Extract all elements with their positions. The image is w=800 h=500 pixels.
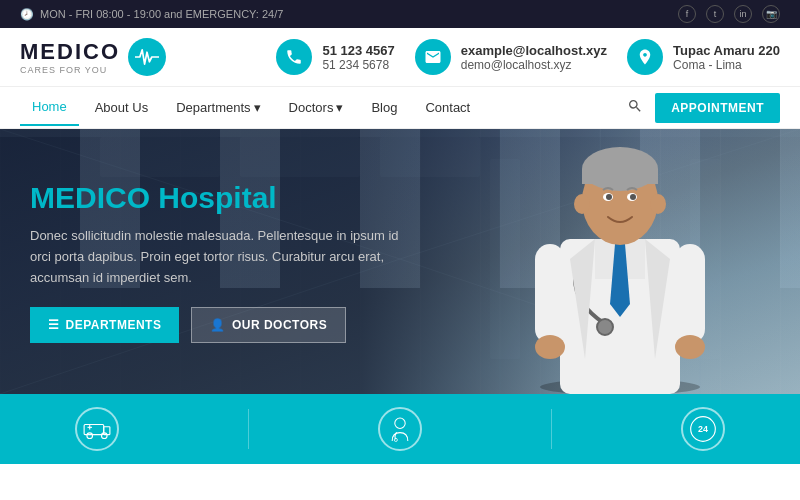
- hero-title-rest: Hospital: [150, 181, 277, 214]
- phone-2: 51 234 5678: [322, 58, 394, 72]
- chevron-down-icon: ▾: [336, 100, 343, 115]
- twitter-icon[interactable]: t: [706, 5, 724, 23]
- logo-name: MEDICO: [20, 39, 120, 65]
- nav-contact[interactable]: Contact: [413, 90, 482, 125]
- departments-button[interactable]: ☰ DEPARTMENTS: [30, 307, 179, 343]
- hero-description: Donec sollicitudin molestie malesuada. P…: [30, 226, 410, 288]
- hero-buttons: ☰ DEPARTMENTS 👤 OUR DOCTORS: [30, 307, 410, 343]
- svg-point-41: [394, 438, 397, 441]
- bottom-doctors: [358, 407, 442, 451]
- person-icon: 👤: [210, 318, 226, 332]
- svg-point-22: [650, 194, 666, 214]
- appointment-button[interactable]: APPOINTMENT: [655, 93, 780, 123]
- site-header: MEDICO CARES FOR YOU 51 123 4567 51 234 …: [0, 28, 800, 87]
- chevron-down-icon: ▾: [254, 100, 261, 115]
- instagram-icon[interactable]: 📷: [762, 5, 780, 23]
- email-addresses: example@localhost.xyz demo@localhost.xyz: [461, 43, 607, 72]
- top-bar: 🕗 MON - FRI 08:00 - 19:00 and EMERGENCY:…: [0, 0, 800, 28]
- svg-text:24: 24: [698, 424, 708, 434]
- logo-sub: CARES FOR YOU: [20, 65, 120, 75]
- phone-contact: 51 123 4567 51 234 5678: [276, 39, 394, 75]
- nav-about[interactable]: About Us: [83, 90, 160, 125]
- svg-point-21: [574, 194, 590, 214]
- email-1: example@localhost.xyz: [461, 43, 607, 58]
- email-contact: example@localhost.xyz demo@localhost.xyz: [415, 39, 607, 75]
- our-doctors-button[interactable]: 👤 OUR DOCTORS: [191, 307, 346, 343]
- address-1: Tupac Amaru 220: [673, 43, 780, 58]
- svg-rect-37: [89, 425, 90, 429]
- nav-home[interactable]: Home: [20, 89, 79, 126]
- address-icon: [627, 39, 663, 75]
- list-icon: ☰: [48, 318, 60, 332]
- address-2: Coma - Lima: [673, 58, 780, 72]
- email-icon: [415, 39, 451, 75]
- navigation: Home About Us Departments ▾ Doctors ▾ Bl…: [0, 87, 800, 129]
- bottom-hours: 24: [661, 407, 745, 451]
- search-icon[interactable]: [627, 98, 643, 118]
- phone-numbers: 51 123 4567 51 234 5678: [322, 43, 394, 72]
- svg-point-27: [597, 319, 613, 335]
- logo: MEDICO CARES FOR YOU: [20, 38, 166, 76]
- svg-rect-31: [675, 244, 705, 344]
- svg-rect-20: [582, 169, 658, 184]
- logo-icon: [128, 38, 166, 76]
- hero-section: MEDICO Hospital Donec sollicitudin moles…: [0, 129, 800, 394]
- social-links: f t in 📷: [678, 5, 780, 23]
- header-contacts: 51 123 4567 51 234 5678 example@localhos…: [276, 39, 780, 75]
- hero-title: MEDICO Hospital: [30, 180, 410, 216]
- nav-blog[interactable]: Blog: [359, 90, 409, 125]
- clock-icon: 🕗: [20, 8, 34, 21]
- logo-text: MEDICO CARES FOR YOU: [20, 39, 120, 75]
- bottom-emergency: [55, 407, 139, 451]
- svg-rect-30: [535, 244, 565, 344]
- nav-links: Home About Us Departments ▾ Doctors ▾ Bl…: [20, 89, 482, 126]
- nav-doctors[interactable]: Doctors ▾: [277, 90, 356, 125]
- address-contact: Tupac Amaru 220 Coma - Lima: [627, 39, 780, 75]
- divider-2: [551, 409, 552, 449]
- svg-point-33: [675, 335, 705, 359]
- svg-point-32: [535, 335, 565, 359]
- svg-rect-34: [84, 425, 104, 435]
- nav-right: APPOINTMENT: [627, 93, 780, 123]
- email-2: demo@localhost.xyz: [461, 58, 607, 72]
- svg-point-26: [630, 194, 636, 200]
- divider-1: [248, 409, 249, 449]
- facebook-icon[interactable]: f: [678, 5, 696, 23]
- schedule-text: MON - FRI 08:00 - 19:00 and EMERGENCY: 2…: [40, 8, 283, 20]
- phone-1: 51 123 4567: [322, 43, 394, 58]
- schedule-info: 🕗 MON - FRI 08:00 - 19:00 and EMERGENCY:…: [20, 8, 283, 21]
- address-lines: Tupac Amaru 220 Coma - Lima: [673, 43, 780, 72]
- linkedin-icon[interactable]: in: [734, 5, 752, 23]
- bottom-bar: 24: [0, 394, 800, 464]
- svg-point-40: [395, 418, 405, 428]
- hours-icon: 24: [681, 407, 725, 451]
- hero-title-highlight: MEDICO: [30, 181, 150, 214]
- svg-point-25: [606, 194, 612, 200]
- hero-content: MEDICO Hospital Donec sollicitudin moles…: [0, 160, 440, 362]
- phone-icon: [276, 39, 312, 75]
- doctor-image: [500, 134, 740, 394]
- svg-point-38: [87, 433, 93, 439]
- ambulance-icon: [75, 407, 119, 451]
- nav-departments[interactable]: Departments ▾: [164, 90, 272, 125]
- doctor-icon: [378, 407, 422, 451]
